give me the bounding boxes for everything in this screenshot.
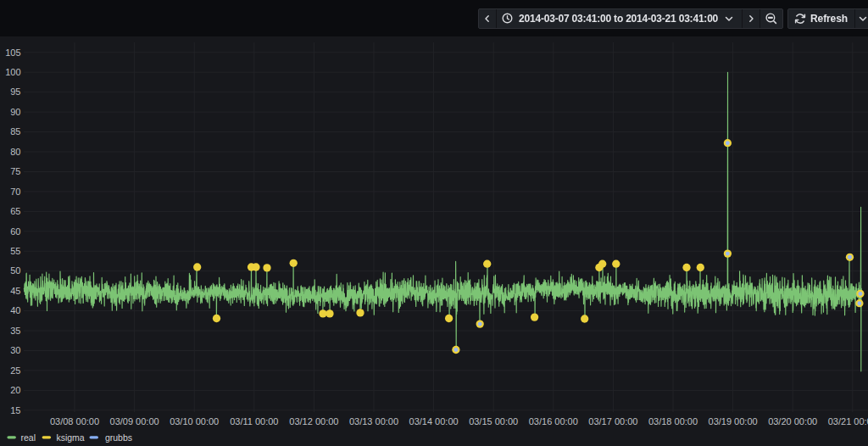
svg-text:03/09 00:00: 03/09 00:00 [110,416,159,426]
svg-text:03/14 00:00: 03/14 00:00 [409,416,459,426]
svg-text:25: 25 [10,365,20,376]
svg-text:40: 40 [10,305,20,315]
svg-text:105: 105 [5,47,20,58]
svg-text:03/17 00:00: 03/17 00:00 [588,416,637,426]
svg-text:50: 50 [10,265,20,276]
svg-text:03/19 00:00: 03/19 00:00 [709,416,758,426]
svg-text:70: 70 [10,187,20,197]
svg-text:60: 60 [10,226,20,237]
svg-text:55: 55 [10,246,20,256]
svg-text:03/21 00:00: 03/21 00:00 [828,416,868,426]
svg-text:03/10 00:00: 03/10 00:00 [170,416,219,426]
svg-text:03/08 00:00: 03/08 00:00 [50,416,99,426]
svg-text:30: 30 [10,345,20,355]
svg-text:85: 85 [10,126,20,137]
svg-text:80: 80 [10,147,20,157]
svg-text:ksigma: ksigma [56,432,84,443]
svg-text:65: 65 [10,206,20,216]
svg-text:real: real [21,432,36,443]
svg-text:03/20 00:00: 03/20 00:00 [768,416,817,426]
svg-text:95: 95 [10,86,20,97]
svg-text:03/16 00:00: 03/16 00:00 [529,416,578,426]
svg-text:15: 15 [10,405,20,415]
svg-text:45: 45 [10,286,20,296]
svg-text:100: 100 [5,67,20,77]
svg-text:03/11 00:00: 03/11 00:00 [230,416,278,426]
svg-text:35: 35 [10,326,20,336]
svg-text:03/15 00:00: 03/15 00:00 [469,416,518,426]
svg-text:03/18 00:00: 03/18 00:00 [648,416,698,426]
svg-text:90: 90 [10,107,20,117]
svg-text:03/13 00:00: 03/13 00:00 [349,416,398,426]
svg-text:03/12 00:00: 03/12 00:00 [289,416,338,426]
svg-text:75: 75 [10,166,20,176]
svg-text:20: 20 [10,385,20,395]
svg-text:grubbs: grubbs [105,432,132,443]
